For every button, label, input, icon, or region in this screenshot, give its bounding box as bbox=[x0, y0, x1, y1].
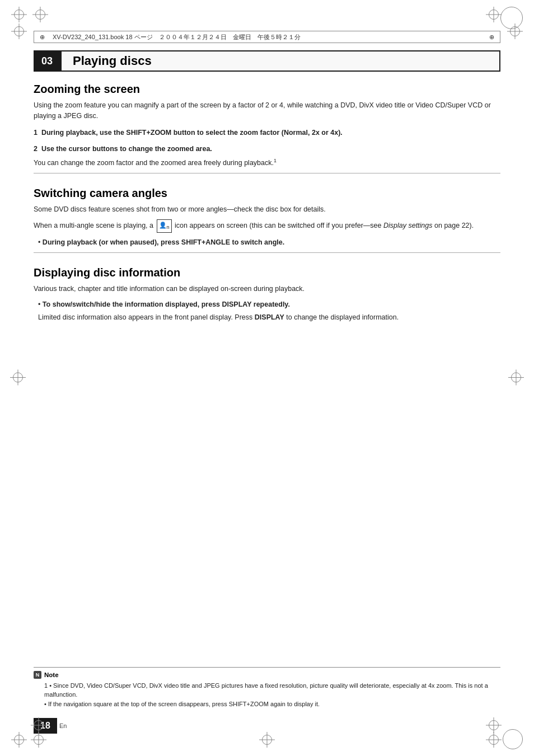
section-zoom-title: Zooming the screen bbox=[34, 83, 500, 96]
step-2-number: 2 bbox=[34, 145, 41, 153]
bullet-dot: • bbox=[38, 238, 43, 246]
step-2: 2 Use the cursor buttons to change the z… bbox=[34, 144, 500, 154]
page-lang: En bbox=[59, 722, 67, 729]
disc-bullet-1: • To show/switch/hide the information di… bbox=[34, 299, 500, 323]
bottom-left-regmark bbox=[11, 732, 27, 749]
chapter-title: Playing discs bbox=[60, 50, 500, 72]
chapter-header: 03 Playing discs bbox=[34, 50, 500, 72]
note-text-2: • If the navigation square at the top of… bbox=[34, 699, 500, 709]
note-text-1: 1 • Since DVD, Video CD/Super VCD, DivX … bbox=[34, 681, 500, 699]
section-zooming: Zooming the screen Using the zoom featur… bbox=[34, 83, 500, 173]
footnote-1: 1 bbox=[274, 158, 277, 163]
chapter-number: 03 bbox=[34, 50, 60, 72]
section-camera-intro: Some DVD discs feature scenes shot from … bbox=[34, 204, 500, 215]
left-mid-regmark bbox=[10, 369, 26, 387]
section-camera-title: Switching camera angles bbox=[34, 187, 500, 200]
file-header: ⊕ XV-DV232_240_131.book 18 ページ ２００４年１２月２… bbox=[34, 31, 500, 43]
bottom-right-regmark bbox=[503, 729, 523, 749]
bullet-dot2: • bbox=[38, 300, 43, 308]
note-header: N Note bbox=[34, 671, 500, 679]
step-2-text: You can change the zoom factor and the z… bbox=[34, 157, 500, 169]
file-header-text: XV-DV232_240_131.book 18 ページ ２００４年１２月２４日… bbox=[53, 33, 301, 41]
camera-bullet-1: • During playback (or when paused), pres… bbox=[34, 237, 500, 248]
bottom-left3-regmark bbox=[31, 717, 46, 735]
section-camera: Switching camera angles Some DVD discs f… bbox=[34, 187, 500, 253]
right-mid-regmark bbox=[508, 369, 524, 387]
step-1: 1 During playback, use the SHIFT+ZOOM bu… bbox=[34, 128, 500, 138]
step-1-bold: During playback, use the SHIFT+ZOOM butt… bbox=[41, 129, 343, 137]
note-section: N Note 1 • Since DVD, Video CD/Super VCD… bbox=[34, 667, 500, 709]
note-icon: N bbox=[34, 671, 41, 679]
step-1-number: 1 bbox=[34, 129, 41, 137]
main-content: Zooming the screen Using the zoom featur… bbox=[34, 83, 500, 689]
bottom-center-regmark bbox=[259, 732, 275, 749]
note-label: Note bbox=[44, 672, 59, 678]
step-2-bold: Use the cursor buttons to change the zoo… bbox=[41, 145, 212, 153]
section-disc-intro: Various track, chapter and title informa… bbox=[34, 284, 500, 294]
section-camera-body: When a multi-angle scene is playing, a 👤… bbox=[34, 219, 500, 232]
section-disc-info: Displaying disc information Various trac… bbox=[34, 266, 500, 327]
multiangle-icon: 👤n bbox=[157, 219, 172, 232]
section-zoom-intro: Using the zoom feature you can magnify a… bbox=[34, 100, 500, 122]
bottom-right3-regmark bbox=[486, 717, 502, 735]
section-disc-title: Displaying disc information bbox=[34, 266, 500, 279]
